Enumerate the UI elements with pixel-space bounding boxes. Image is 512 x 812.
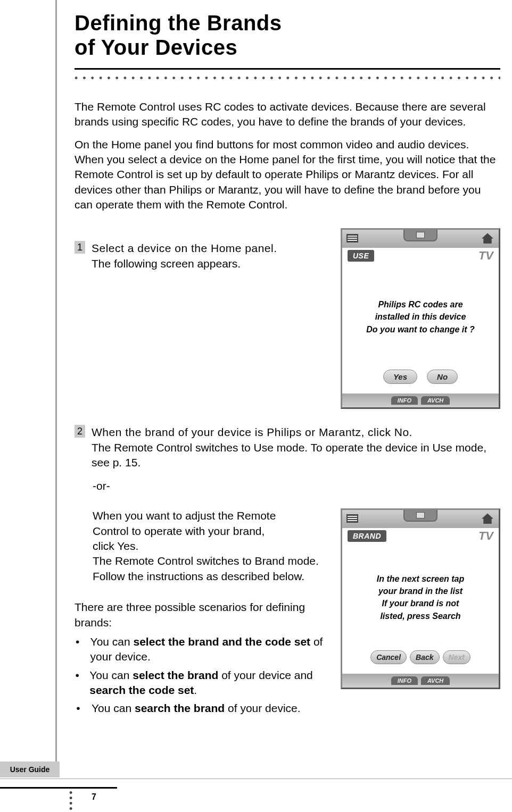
msg1-l2: installed in this device (375, 311, 466, 323)
menu-icon[interactable] (346, 234, 358, 242)
msg1-l3: Do you want to change it ? (366, 323, 475, 336)
info-tab-2[interactable]: INFO (391, 676, 418, 685)
bullet-dot: • (75, 668, 80, 698)
brand-badge: BRAND (348, 530, 386, 542)
bullet-1: • You can select the brand and the code … (75, 634, 334, 665)
step-1-rest: The following screen appears. (92, 257, 241, 270)
next-button[interactable]: Next (443, 650, 470, 664)
alt-text: When you want to adjust the Remote Contr… (93, 508, 334, 584)
screen1-secondbar: USE TV (342, 248, 499, 264)
b3-bold: search the brand (135, 702, 225, 714)
b2-mid: of your device and (218, 669, 312, 681)
b1-bold: select the brand and the code set (134, 635, 311, 648)
notch-icon (403, 510, 437, 522)
msg2-l2: your brand in the list (378, 585, 463, 597)
footer-thick-rule (0, 787, 117, 789)
screen2-topbar (342, 510, 499, 528)
screenshot-use-mode: USE TV Philips RC codes are installed in… (341, 228, 500, 409)
avch-tab[interactable]: AVCH (421, 396, 450, 405)
page-title: Defining the Brands of Your Devices (75, 11, 500, 60)
msg1-l1: Philips RC codes are (378, 298, 463, 311)
screen1-buttons: Yes No (342, 370, 499, 384)
alt-l1: When you want to adjust the Remote (93, 508, 334, 523)
bullet-dot: • (75, 634, 81, 665)
intro-paragraph-2: On the Home panel you find buttons for m… (75, 137, 500, 213)
title-line-2: of Your Devices (75, 36, 237, 59)
home-icon[interactable] (482, 513, 493, 524)
bullet-list: • You can select the brand and the code … (75, 634, 334, 716)
info-tab[interactable]: INFO (391, 396, 418, 405)
footer-thin-rule (0, 778, 512, 779)
no-button[interactable]: No (427, 370, 458, 384)
bullet-2: • You can select the brand of your devic… (75, 668, 334, 698)
yes-button[interactable]: Yes (383, 370, 417, 384)
step-2-number: 2 (75, 425, 85, 438)
back-button[interactable]: Back (410, 650, 439, 664)
scenarios-intro: There are three possible scenarios for d… (75, 600, 334, 630)
step-2-lead: When the brand of your device is Philips… (92, 426, 412, 438)
step-1-row: 1 Select a device on the Home panel. The… (75, 228, 500, 409)
cancel-button[interactable]: Cancel (370, 650, 407, 664)
b3-pre: You can (92, 702, 135, 714)
alt-l3: click Yes. (93, 539, 334, 554)
menu-icon[interactable] (346, 514, 358, 523)
b2-bold: select the brand (133, 669, 218, 681)
b2-post: . (194, 684, 197, 696)
intro-paragraph-1: The Remote Control uses RC codes to acti… (75, 99, 500, 130)
screenshot-brand-mode: BRAND TV In the next screen tap your bra… (341, 508, 500, 689)
page-number: 7 (92, 792, 96, 802)
alt-row: When you want to adjust the Remote Contr… (75, 508, 500, 719)
screen2-message: In the next screen tap your brand in the… (342, 544, 499, 650)
msg2-l3: If your brand is not (382, 597, 459, 609)
alt-r1: The Remote Control switches to Brand mod… (93, 554, 334, 568)
step-2-rest: The Remote Control switches to Use mode.… (92, 441, 486, 468)
step-1-lead: Select a device on the Home panel. (92, 242, 277, 254)
alt-l2: Control to operate with your brand, (93, 524, 334, 539)
footer-vertical-dots: •••• (69, 790, 72, 811)
step-1: 1 Select a device on the Home panel. The… (75, 241, 334, 271)
avch-tab-2[interactable]: AVCH (421, 676, 450, 685)
home-icon[interactable] (482, 233, 493, 244)
step-1-number: 1 (75, 241, 85, 254)
notch-icon (403, 230, 437, 241)
bullet-3: • You can search the brand of your devic… (75, 701, 334, 716)
dotted-rule: ••••••••••••••••••••••••••••••••••••••••… (75, 73, 500, 83)
page-content: Defining the Brands of Your Devices ••••… (75, 11, 500, 719)
left-margin-rule (55, 0, 57, 776)
b2-pre: You can (89, 669, 133, 681)
screen2-bottombar: INFO AVCH (342, 674, 499, 688)
msg2-l1: In the next screen tap (377, 573, 465, 585)
b1-pre: You can (90, 635, 134, 648)
or-divider: -or- (93, 480, 500, 492)
screen1-topbar (342, 230, 499, 248)
title-underline (75, 68, 500, 70)
screen2-secondbar: BRAND TV (342, 528, 499, 544)
alt-r2: Follow the instructions as described bel… (93, 569, 334, 584)
title-line-1: Defining the Brands (75, 11, 282, 35)
tv-label: TV (478, 249, 493, 263)
screen2-buttons: Cancel Back Next (342, 650, 499, 664)
msg2-l4: listed, press Search (380, 610, 460, 622)
b2-bold2: search the code set (89, 684, 194, 696)
bullet-dot: • (75, 701, 82, 716)
footer-user-guide-tab: User Guide (0, 761, 60, 777)
use-badge: USE (348, 250, 374, 262)
step-2: 2 When the brand of your device is Phili… (75, 425, 500, 470)
screen1-bottombar: INFO AVCH (342, 394, 499, 407)
tv-label-2: TV (478, 529, 493, 543)
b3-post: of your device. (225, 702, 300, 714)
screen1-message: Philips RC codes are installed in this d… (342, 264, 499, 370)
